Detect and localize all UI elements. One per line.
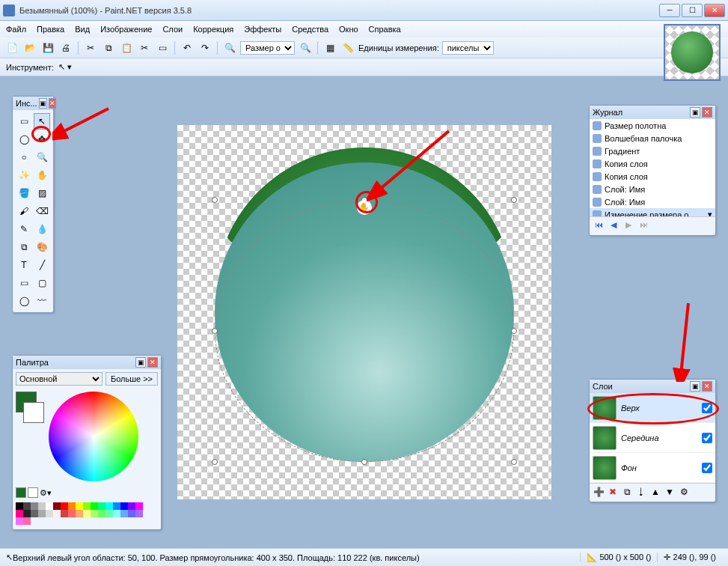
layer-visible-checkbox[interactable]: [702, 433, 712, 443]
units-select[interactable]: пикселы: [442, 41, 494, 55]
palette-mode-select[interactable]: Основной: [16, 372, 103, 386]
redo-icon[interactable]: ↷: [198, 40, 212, 55]
palette-panel-close-button[interactable]: ✕: [147, 357, 158, 368]
layer-delete-icon[interactable]: ✖: [607, 487, 619, 499]
new-icon[interactable]: 📄: [4, 40, 19, 55]
history-item[interactable]: Размер полотна: [590, 119, 715, 132]
freeform-tool[interactable]: 〰: [34, 293, 50, 309]
document-thumbnail[interactable]: [664, 24, 721, 81]
history-item[interactable]: Волшебная палочка: [590, 132, 715, 144]
layer-merge-icon[interactable]: ⭣: [635, 487, 647, 499]
history-item[interactable]: Слой: Имя: [590, 183, 715, 195]
clone-tool[interactable]: ⧉: [16, 239, 32, 255]
minimize-button[interactable]: ─: [659, 4, 680, 17]
palette-more-button[interactable]: Больше >>: [105, 372, 158, 386]
picker-tool[interactable]: 💧: [34, 221, 50, 237]
menu-adjust[interactable]: Коррекция: [193, 25, 233, 34]
history-item[interactable]: Градиент: [590, 144, 715, 157]
brush-tool[interactable]: 🖌: [16, 203, 32, 219]
menu-view[interactable]: Вид: [75, 25, 90, 34]
menu-layers[interactable]: Слои: [162, 25, 183, 34]
palette-panel-dock-button[interactable]: ▣: [135, 357, 146, 368]
layer-duplicate-icon[interactable]: ⧉: [621, 487, 633, 499]
ellipse-tool[interactable]: ◯: [16, 293, 32, 309]
ellipse-select-tool[interactable]: ○: [16, 149, 32, 165]
recolor-tool[interactable]: 🎨: [34, 239, 50, 255]
layer-item[interactable]: Фон: [590, 453, 715, 483]
history-panel-dock-button[interactable]: ▣: [690, 107, 700, 118]
handle-br[interactable]: [511, 459, 517, 465]
menu-tools[interactable]: Средства: [292, 25, 328, 34]
save-icon[interactable]: 💾: [40, 40, 55, 55]
rrect-tool[interactable]: ▢: [34, 275, 50, 291]
history-last-icon[interactable]: ⏭: [637, 220, 649, 232]
layer-props-icon[interactable]: ⚙: [678, 487, 690, 499]
pan-tool[interactable]: ✋: [34, 167, 50, 183]
handle-bc[interactable]: [361, 459, 367, 465]
history-panel-close-button[interactable]: ✕: [702, 107, 712, 118]
text-tool[interactable]: T: [16, 257, 32, 273]
history-item[interactable]: Копия слоя: [590, 157, 715, 170]
tools-panel-dock-button[interactable]: ▣: [39, 98, 47, 109]
history-item[interactable]: Изменение размера о...▾: [590, 208, 715, 216]
canvas[interactable]: ✋: [177, 125, 551, 499]
layer-item[interactable]: Верх: [590, 393, 715, 423]
open-icon[interactable]: 📂: [22, 40, 37, 55]
cut-icon[interactable]: ✂: [83, 40, 98, 55]
secondary-color-swatch[interactable]: [23, 402, 44, 423]
layers-panel-dock-button[interactable]: ▣: [690, 381, 700, 392]
layers-panel-close-button[interactable]: ✕: [702, 381, 712, 392]
rect-tool[interactable]: ▭: [16, 275, 32, 291]
selection-ellipse[interactable]: [215, 200, 514, 462]
rect-select-tool[interactable]: ▭: [16, 113, 32, 130]
menu-help[interactable]: Справка: [369, 25, 401, 34]
recent-color[interactable]: [28, 487, 38, 498]
layer-visible-checkbox[interactable]: [702, 463, 712, 473]
layer-add-icon[interactable]: ➕: [593, 487, 605, 499]
zoom-tool[interactable]: 🔍: [34, 149, 50, 165]
handle-ml[interactable]: [212, 328, 218, 334]
layer-up-icon[interactable]: ▲: [649, 487, 661, 499]
grid-icon[interactable]: ▦: [322, 40, 337, 55]
handle-mr[interactable]: [511, 328, 517, 334]
crop-icon[interactable]: ✂: [137, 40, 152, 55]
close-button[interactable]: ✕: [704, 4, 725, 17]
print-icon[interactable]: 🖨: [58, 40, 73, 55]
layer-visible-checkbox[interactable]: [702, 403, 712, 413]
line-tool[interactable]: ╱: [34, 257, 50, 273]
history-fwd-icon[interactable]: ▶: [623, 220, 634, 232]
move-tool[interactable]: ↖: [34, 113, 50, 130]
gradient-tool[interactable]: ▨: [34, 185, 50, 201]
undo-icon[interactable]: ↶: [180, 40, 195, 55]
ruler-icon[interactable]: 📏: [340, 40, 355, 55]
handle-tl[interactable]: [212, 197, 218, 203]
history-item[interactable]: Копия слоя: [590, 170, 715, 183]
size-select[interactable]: Размер о: [240, 41, 295, 55]
move-selection-tool[interactable]: ✥: [34, 131, 50, 147]
copy-icon[interactable]: ⧉: [101, 40, 116, 55]
paste-icon[interactable]: 📋: [119, 40, 134, 55]
tools-panel-close-button[interactable]: ✕: [49, 98, 56, 109]
history-list[interactable]: Размер полотна Волшебная палочка Градиен…: [590, 119, 715, 216]
pencil-tool[interactable]: ✎: [16, 221, 32, 237]
menu-image[interactable]: Изображение: [100, 25, 152, 34]
history-back-icon[interactable]: ◀: [608, 220, 620, 232]
maximize-button[interactable]: ☐: [682, 4, 703, 17]
color-wheel[interactable]: [49, 392, 138, 481]
recent-color[interactable]: [16, 487, 26, 498]
palette-options-icon[interactable]: ⚙▾: [40, 488, 52, 498]
lasso-tool[interactable]: ◯: [16, 131, 32, 147]
palette-strip[interactable]: [13, 501, 147, 529]
layer-item[interactable]: Середина: [590, 423, 715, 453]
menu-window[interactable]: Окно: [339, 25, 358, 34]
menu-edit[interactable]: Правка: [37, 25, 64, 34]
zoom-icon[interactable]: 🔍: [222, 40, 237, 55]
menu-file[interactable]: Файл: [6, 25, 26, 34]
tool-cursor-icon[interactable]: ↖ ▾: [58, 62, 72, 72]
handle-bl[interactable]: [212, 459, 218, 465]
fill-tool[interactable]: 🪣: [16, 185, 32, 201]
history-item[interactable]: Слой: Имя: [590, 195, 715, 208]
eraser-tool[interactable]: ⌫: [34, 203, 50, 219]
history-first-icon[interactable]: ⏮: [593, 220, 605, 232]
menu-effects[interactable]: Эффекты: [244, 25, 281, 34]
